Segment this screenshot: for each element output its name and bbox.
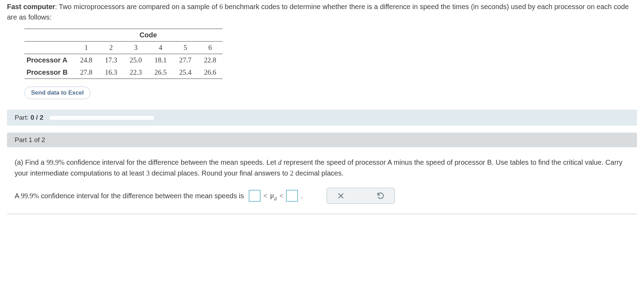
row-a-label: Processor A: [24, 54, 74, 67]
table-header: Code: [74, 29, 223, 42]
cell: 26.6: [198, 66, 223, 79]
close-icon[interactable]: [337, 192, 345, 200]
row-b-label: Processor B: [24, 66, 74, 79]
upper-bound-input[interactable]: [286, 190, 298, 202]
col-1: 1: [74, 42, 99, 54]
send-to-excel-button[interactable]: Send data to Excel: [24, 87, 90, 99]
cell: 17.3: [99, 54, 123, 67]
cell: 22.8: [198, 54, 223, 67]
cell: 27.8: [74, 66, 99, 79]
cell: 16.3: [99, 66, 123, 79]
problem-intro: Fast computer: Two microprocessors are c…: [7, 1, 637, 22]
col-5: 5: [173, 42, 198, 54]
table-row: Processor B 27.8 16.3 22.3 26.5 25.4 26.…: [24, 66, 223, 79]
data-table: Code 1 2 3 4 5 6 Processor A 24.8 17.3 2…: [24, 29, 223, 79]
cell: 18.1: [148, 54, 173, 67]
part-header: Part 1 of 2: [7, 133, 637, 147]
lt-2: <: [279, 192, 283, 200]
question-text: (a) Find a 99.9% confidence interval for…: [15, 157, 629, 179]
period: .: [301, 192, 303, 200]
intro-n: 6: [219, 3, 223, 10]
cell: 26.5: [148, 66, 173, 79]
cell: 25.0: [123, 54, 148, 67]
divider: [7, 214, 637, 214]
table-corner: [24, 29, 74, 42]
intro-t1: : Two microprocessors are compared on a …: [55, 3, 219, 10]
lt-1: <: [263, 192, 267, 200]
answer-t1: A 99.9% confidence interval for the diff…: [15, 192, 246, 200]
progress-bar: Part: 0 / 2: [7, 110, 637, 126]
progress-label: Part: 0 / 2: [15, 114, 43, 121]
cell: 25.4: [173, 66, 198, 79]
answer-row: A 99.9% confidence interval for the diff…: [15, 188, 629, 204]
cell: 24.8: [74, 54, 99, 67]
col-6: 6: [198, 42, 223, 54]
mu-d-symbol: μd: [270, 191, 277, 201]
action-box: [327, 188, 395, 204]
table-blank: [24, 42, 74, 54]
undo-icon[interactable]: [376, 192, 385, 200]
progress-track: [50, 116, 154, 120]
lower-bound-input[interactable]: [249, 190, 261, 202]
col-4: 4: [148, 42, 173, 54]
col-3: 3: [123, 42, 148, 54]
cell: 22.3: [123, 66, 148, 79]
table-row: Processor A 24.8 17.3 25.0 18.1 27.7 22.…: [24, 54, 223, 67]
cell: 27.7: [173, 54, 198, 67]
intro-bold: Fast computer: [7, 3, 55, 10]
col-2: 2: [99, 42, 123, 54]
